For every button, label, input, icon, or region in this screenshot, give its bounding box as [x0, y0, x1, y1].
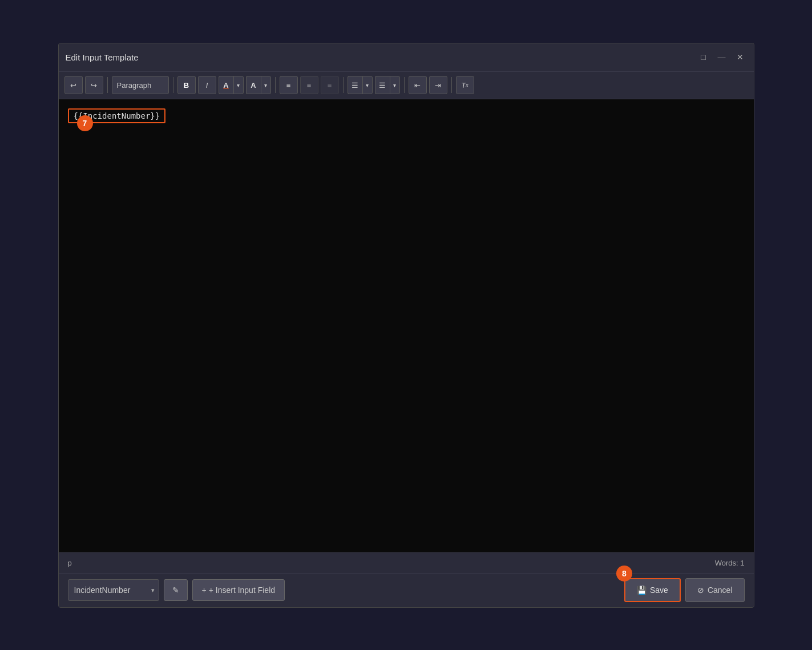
indent-out-button[interactable]: ⇤ [409, 76, 427, 94]
title-controls: □ — ✕ [697, 50, 747, 64]
insert-icon: + [202, 586, 207, 595]
bottom-right: 8 💾 Save ⊘ Cancel [624, 578, 745, 602]
editor-area[interactable]: {{IncidentNumber}} 7 [59, 99, 754, 552]
font-color-dropdown: A ▾ [219, 76, 244, 94]
toolbar: ↩ ↪ Paragraph B I A ▾ A ▾ ≡ ≡ ≡ ☰ ▾ [59, 72, 754, 99]
insert-label: + Insert Input Field [209, 586, 275, 595]
indent-in-button[interactable]: ⇥ [429, 76, 447, 94]
italic-button[interactable]: I [198, 76, 216, 94]
toolbar-separator-4 [343, 77, 344, 93]
edit-field-button[interactable]: ✎ [164, 579, 188, 601]
font-bg-arrow[interactable]: ▾ [261, 76, 271, 94]
field-select[interactable]: IncidentNumber [68, 579, 159, 601]
cancel-icon: ⊘ [697, 586, 704, 595]
number-list-arrow[interactable]: ▾ [390, 76, 400, 94]
clear-format-button[interactable]: Tx [456, 76, 474, 94]
status-bar: p Words: 1 [59, 552, 754, 573]
align-center-button[interactable]: ≡ [300, 76, 318, 94]
toolbar-separator-1 [107, 77, 108, 93]
font-bg-button[interactable]: A [246, 76, 261, 94]
insert-input-field-button[interactable]: + + Insert Input Field [192, 579, 285, 601]
save-label: Save [650, 586, 668, 595]
font-color-button[interactable]: A [219, 76, 233, 94]
bullet-list-arrow[interactable]: ▾ [362, 76, 373, 94]
save-icon: 💾 [637, 586, 647, 595]
font-color-arrow[interactable]: ▾ [233, 76, 244, 94]
align-right-button[interactable]: ≡ [321, 76, 339, 94]
window-title: Edit Input Template [66, 53, 139, 62]
redo-button[interactable]: ↪ [85, 76, 103, 94]
bold-button[interactable]: B [177, 76, 196, 94]
toolbar-separator-3 [275, 77, 276, 93]
save-button[interactable]: 💾 Save [624, 578, 681, 602]
number-list-dropdown: ☰ ▾ [375, 76, 400, 94]
step-badge-8: 8 [616, 566, 632, 582]
paragraph-select[interactable]: Paragraph [112, 76, 169, 94]
title-bar: Edit Input Template □ — ✕ [59, 43, 754, 72]
cancel-label: Cancel [708, 586, 733, 595]
close-button[interactable]: ✕ [733, 50, 747, 64]
align-left-button[interactable]: ≡ [280, 76, 298, 94]
bullet-list-dropdown: ☰ ▾ [348, 76, 373, 94]
toolbar-separator-2 [173, 77, 173, 93]
undo-button[interactable]: ↩ [64, 76, 83, 94]
step-badge-7: 7 [77, 115, 93, 131]
toolbar-separator-6 [451, 77, 452, 93]
main-window: Edit Input Template □ — ✕ ↩ ↪ Paragraph … [58, 43, 754, 608]
paragraph-select-wrapper: Paragraph [112, 76, 169, 94]
minimize-button[interactable]: — [715, 50, 729, 64]
cancel-button[interactable]: ⊘ Cancel [685, 578, 745, 602]
field-select-wrapper: IncidentNumber ▾ [68, 579, 159, 601]
number-list-button[interactable]: ☰ [375, 76, 390, 94]
bottom-bar: IncidentNumber ▾ ✎ + + Insert Input Fiel… [59, 573, 754, 607]
toolbar-separator-5 [404, 77, 405, 93]
font-bg-dropdown: A ▾ [246, 76, 271, 94]
element-indicator: p [68, 559, 72, 567]
word-count: Words: 1 [715, 559, 745, 567]
bullet-list-button[interactable]: ☰ [348, 76, 362, 94]
bottom-left: IncidentNumber ▾ ✎ + + Insert Input Fiel… [68, 579, 285, 601]
maximize-button[interactable]: □ [697, 50, 710, 64]
